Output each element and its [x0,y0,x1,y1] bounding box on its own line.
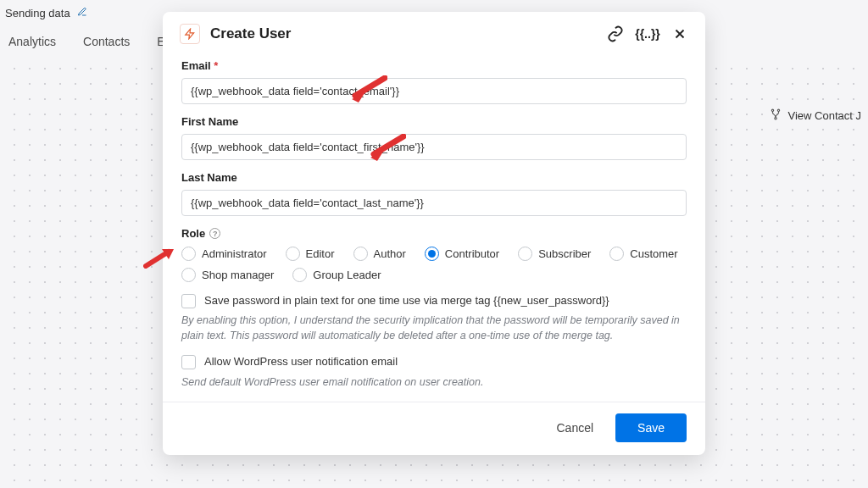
role-radio-customer[interactable]: Customer [609,247,677,261]
modal-footer: Cancel Save [163,402,705,455]
merge-tags-icon[interactable]: {{..}} [639,25,656,42]
radio-label: Subscriber [538,247,591,260]
link-icon[interactable] [607,25,624,42]
email-label-text: Email [181,59,211,72]
radio-icon [609,247,624,261]
last-name-field-group: Last Name [181,171,687,216]
role-radio-editor[interactable]: Editor [286,247,335,261]
email-input[interactable] [181,78,687,104]
first-name-input[interactable] [181,134,687,160]
role-field-group: Role ? AdministratorEditorAuthorContribu… [181,227,687,282]
save-password-label: Save password in plain text for one time… [204,293,609,308]
modal-title: Create User [210,25,291,42]
role-radio-group: AdministratorEditorAuthorContributorSubs… [181,247,687,282]
email-label: Email * [181,59,687,72]
first-name-field-group: First Name [181,115,687,160]
save-password-checkbox[interactable] [181,294,196,308]
radio-icon [181,247,196,261]
radio-icon [353,247,368,261]
radio-label: Administrator [202,247,267,260]
last-name-input[interactable] [181,190,687,216]
radio-icon [292,268,307,282]
role-radio-group-leader[interactable]: Group Leader [292,268,381,282]
close-icon[interactable] [671,25,688,42]
radio-icon [518,247,532,261]
create-user-modal: Create User {{..}} Email * First [163,12,705,455]
modal-tools: {{..}} [607,25,688,42]
radio-label: Author [374,247,406,260]
allow-notify-checkbox[interactable] [181,355,196,369]
email-field-group: Email * [181,59,687,104]
save-password-help: By enabling this option, I understand th… [181,313,687,343]
allow-notify-help: Send default WordPress user email notifi… [181,374,687,390]
modal-overlay: Create User {{..}} Email * First [0,0,868,488]
radio-label: Contributor [445,247,499,260]
first-name-label: First Name [181,115,687,128]
role-label: Role ? [181,227,687,240]
allow-notify-label: Allow WordPress user notification email [204,354,398,369]
role-radio-shop-manager[interactable]: Shop manager [181,268,274,282]
role-label-text: Role [181,227,205,240]
cancel-button[interactable]: Cancel [548,414,602,441]
role-radio-administrator[interactable]: Administrator [181,247,267,261]
role-radio-author[interactable]: Author [353,247,406,261]
required-marker: * [214,59,218,72]
radio-icon [425,247,439,261]
radio-label: Customer [630,247,677,260]
zap-icon [180,24,200,44]
radio-label: Group Leader [313,269,381,281]
save-button[interactable]: Save [615,413,687,442]
help-icon[interactable]: ? [209,228,220,239]
allow-notify-group: Allow WordPress user notification email … [181,354,687,389]
radio-icon [181,268,196,282]
role-radio-subscriber[interactable]: Subscriber [518,247,591,261]
radio-label: Shop manager [202,269,274,281]
role-radio-contributor[interactable]: Contributor [425,247,499,261]
last-name-label: Last Name [181,171,687,184]
modal-body: Email * First Name Last Name Role ? Admi… [163,53,705,402]
modal-header: Create User {{..}} [163,12,705,53]
radio-label: Editor [306,247,335,260]
radio-icon [286,247,300,261]
save-password-group: Save password in plain text for one time… [181,293,687,343]
